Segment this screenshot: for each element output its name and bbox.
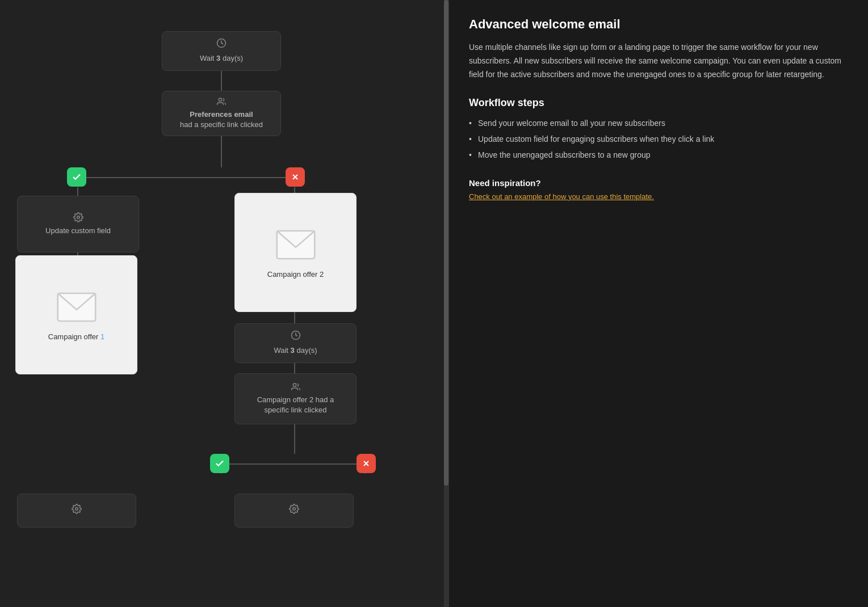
campaign-offer-2-condition-node[interactable]: Campaign offer 2 had a specific link cli… xyxy=(234,373,357,424)
mail-icon-1-wrapper xyxy=(51,288,102,327)
campaign-offer-2-label: Campaign offer 2 xyxy=(263,269,329,280)
clock-icon-1 xyxy=(216,38,227,51)
step-1: Send your welcome email to all your new … xyxy=(469,117,848,130)
inspiration-title: Need inspiration? xyxy=(469,178,848,188)
bottom-left-node[interactable] xyxy=(17,494,136,528)
clock-icon-2 xyxy=(291,330,301,343)
svg-point-13 xyxy=(219,98,221,101)
step-2: Update custom field for engaging subscri… xyxy=(469,133,848,146)
mail-icon-2-wrapper xyxy=(270,225,321,265)
update-custom-field-label: Update custom field xyxy=(41,226,115,236)
gear-icon-3 xyxy=(289,504,299,516)
person-icon-1 xyxy=(217,97,226,108)
campaign-offer-2-node[interactable]: Campaign offer 2 xyxy=(234,193,357,312)
info-title: Advanced welcome email xyxy=(469,17,848,32)
svg-point-16 xyxy=(77,216,79,219)
svg-point-24 xyxy=(293,508,296,511)
scrollbar[interactable] xyxy=(444,0,448,607)
step-3: Move the unengaged subscribers to a new … xyxy=(469,149,848,162)
campaign-offer-1-label: Campaign offer 1 xyxy=(44,332,110,342)
workflow-panel: Wait 3 day(s) Preferences email had a sp… xyxy=(0,0,448,607)
workflow-steps-title: Workflow steps xyxy=(469,97,848,109)
yes-badge-2[interactable] xyxy=(210,454,229,473)
preferences-condition-node[interactable]: Preferences email had a specific link cl… xyxy=(162,91,281,136)
wait-node-2-label: Wait 3 day(s) xyxy=(269,345,321,356)
wait-node-1-label: Wait 3 day(s) xyxy=(195,53,248,64)
preferences-condition-label: Preferences email had a specific link cl… xyxy=(175,109,267,130)
wait-node-2[interactable]: Wait 3 day(s) xyxy=(234,323,357,363)
wait-node-1[interactable]: Wait 3 day(s) xyxy=(162,31,281,71)
info-description: Use multiple channels like sign up form … xyxy=(469,41,848,81)
workflow-steps-list: Send your welcome email to all your new … xyxy=(469,117,848,162)
svg-point-20 xyxy=(293,383,296,386)
svg-point-23 xyxy=(76,508,78,511)
person-icon-2 xyxy=(291,382,300,393)
info-panel: Advanced welcome email Use multiple chan… xyxy=(448,0,868,607)
yes-badge-1[interactable] xyxy=(67,167,86,187)
bottom-right-node[interactable] xyxy=(234,494,354,528)
gear-icon-2 xyxy=(72,504,82,516)
campaign-offer-1-node[interactable]: Campaign offer 1 xyxy=(15,255,137,374)
update-custom-field-node[interactable]: Update custom field xyxy=(17,196,139,252)
campaign-offer-2-condition-label: Campaign offer 2 had a specific link cli… xyxy=(253,395,339,415)
no-badge-1[interactable] xyxy=(286,167,305,187)
no-badge-2[interactable] xyxy=(357,454,376,473)
scrollbar-thumb[interactable] xyxy=(444,0,448,486)
inspiration-link[interactable]: Check out an example of how you can use … xyxy=(469,192,654,201)
gear-icon-1 xyxy=(73,212,83,224)
